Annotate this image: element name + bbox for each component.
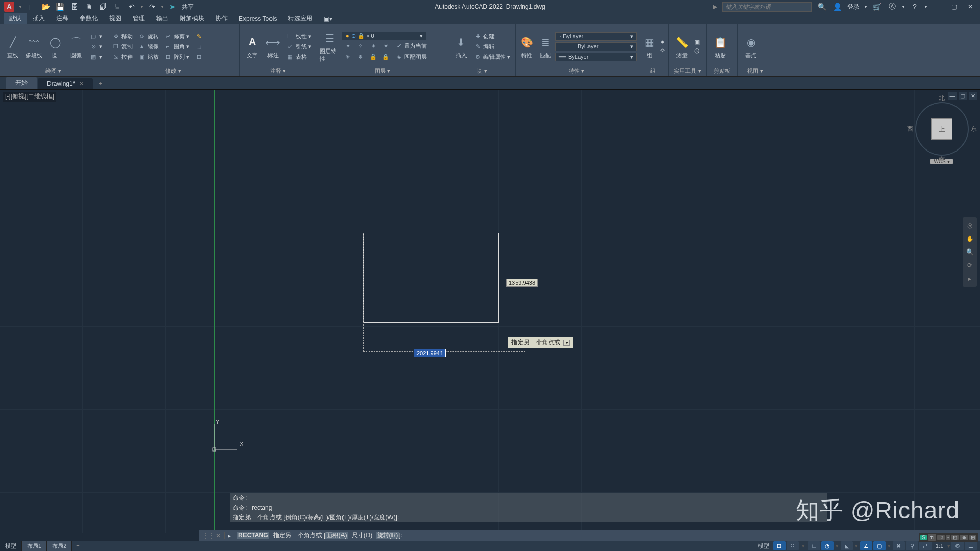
vc-east[interactable]: 东 bbox=[971, 124, 977, 133]
otrack-toggle[interactable]: ▢ bbox=[873, 541, 886, 550]
modify-ico-3[interactable]: ⊡ bbox=[193, 52, 204, 61]
panel-label[interactable]: 视图 ▾ bbox=[741, 66, 770, 75]
plot-icon[interactable]: 🗎 bbox=[84, 2, 94, 12]
ortho-toggle[interactable]: ∟ bbox=[808, 541, 820, 550]
panel-label[interactable]: 修改 ▾ bbox=[110, 66, 236, 75]
layer-selector[interactable]: ●⊙🔒▫ 0 ▾ bbox=[342, 32, 426, 40]
text-button[interactable]: A文字 bbox=[243, 34, 262, 59]
util-ico-1[interactable]: ▣ bbox=[694, 39, 700, 46]
cycling-toggle[interactable]: ⇄ bbox=[919, 541, 932, 550]
transparency-toggle[interactable]: ⚲ bbox=[906, 541, 918, 550]
arc-button[interactable]: ⌒圆弧 bbox=[67, 34, 86, 59]
gear-icon[interactable]: ⚙ bbox=[951, 541, 964, 550]
dropdown-icon[interactable]: ▼ bbox=[18, 5, 22, 9]
app-logo-icon[interactable]: A bbox=[4, 2, 14, 12]
tab-parametric[interactable]: 参数化 bbox=[75, 13, 103, 24]
minimize-button[interactable]: — bbox=[932, 2, 943, 11]
grid-toggle[interactable]: ⊞ bbox=[773, 541, 786, 550]
panel-label[interactable]: 特性 ▾ bbox=[519, 66, 634, 75]
layer-tool-icon[interactable]: ✧ bbox=[355, 42, 366, 51]
dimension-button[interactable]: ⟷标注 bbox=[264, 34, 283, 59]
array-button[interactable]: ⊞阵列 ▾ bbox=[162, 52, 191, 61]
lineweight-selector[interactable]: ━━ByLayer▾ bbox=[555, 53, 637, 61]
linetype-button[interactable]: ⊢线性 ▾ bbox=[284, 32, 313, 41]
viewcube[interactable]: 北 南 东 西 上 WCS ▾ bbox=[914, 95, 970, 171]
width-dimension-input[interactable]: 2021.9941 bbox=[414, 349, 446, 357]
pan-icon[interactable]: ✋ bbox=[965, 234, 975, 244]
share-label[interactable]: 共享 bbox=[182, 3, 194, 11]
add-layout-button[interactable]: + bbox=[72, 541, 83, 551]
tab-express[interactable]: Express Tools bbox=[234, 14, 282, 23]
tab-output[interactable]: 输出 bbox=[151, 13, 174, 24]
draw-extra-2[interactable]: ⊙▾ bbox=[88, 42, 104, 51]
orbit-icon[interactable]: ⟳ bbox=[965, 260, 975, 270]
lwt-toggle[interactable]: ✖ bbox=[893, 541, 905, 550]
polar-toggle[interactable]: ◔ bbox=[821, 541, 834, 550]
scale-button[interactable]: ▣缩放 bbox=[136, 52, 160, 61]
tab-view[interactable]: 视图 bbox=[104, 13, 127, 24]
group-ico-1[interactable]: ✦ bbox=[660, 39, 665, 46]
panel-label[interactable]: 绘图 ▾ bbox=[3, 66, 104, 75]
layer-tool-icon[interactable]: ❄ bbox=[355, 53, 366, 62]
ucs-icon[interactable]: Y X bbox=[212, 421, 242, 452]
util-ico-2[interactable]: ◷ bbox=[694, 47, 700, 54]
panel-label[interactable]: 剪贴板 bbox=[710, 66, 734, 75]
paste-button[interactable]: 📋粘贴 bbox=[710, 34, 730, 59]
dropdown-icon[interactable]: ▾ bbox=[141, 5, 143, 9]
share-icon[interactable]: ➤ bbox=[167, 2, 178, 12]
props-button[interactable]: 🎨特性 bbox=[519, 34, 535, 59]
tab-collab[interactable]: 协作 bbox=[210, 13, 233, 24]
layer-tool-icon[interactable]: 🔓 bbox=[368, 53, 379, 62]
layout-model[interactable]: 模型 bbox=[0, 541, 22, 551]
panel-label[interactable]: 实用工具 ▾ bbox=[672, 66, 703, 75]
tab-insert[interactable]: 插入 bbox=[28, 13, 50, 24]
viewport-label[interactable]: [-][俯视][二维线框] bbox=[3, 92, 56, 102]
polyline-button[interactable]: 〰多段线 bbox=[24, 34, 44, 59]
measure-button[interactable]: 📏测量 bbox=[672, 34, 692, 59]
mirror-button[interactable]: ▲镜像 bbox=[136, 42, 160, 51]
layout-2[interactable]: 布局2 bbox=[47, 541, 72, 551]
print-icon[interactable]: 🖶 bbox=[112, 2, 122, 12]
osnap-toggle[interactable]: ∠ bbox=[860, 541, 872, 550]
copy-button[interactable]: ❐复制 bbox=[110, 42, 134, 51]
vc-west[interactable]: 西 bbox=[907, 124, 913, 133]
layer-tool-icon[interactable]: ☀ bbox=[342, 53, 353, 62]
scale-display[interactable]: 1:1 bbox=[933, 543, 946, 549]
trim-button[interactable]: ✂修剪 ▾ bbox=[162, 32, 191, 41]
linetype-selector[interactable]: ———ByLayer▾ bbox=[555, 42, 637, 51]
saveas-icon[interactable]: 🗄 bbox=[69, 2, 80, 12]
match-button[interactable]: ≣匹配 bbox=[537, 34, 553, 59]
stretch-button[interactable]: ⇲拉伸 bbox=[110, 52, 134, 61]
layer-tool-icon[interactable]: ✷ bbox=[380, 42, 391, 51]
panel-label[interactable]: 注释 ▾ bbox=[243, 66, 313, 75]
tab-extra-icon[interactable]: ▣▾ bbox=[318, 14, 337, 23]
save-icon[interactable]: 💾 bbox=[55, 2, 65, 12]
fillet-button[interactable]: ⌐圆角 ▾ bbox=[162, 42, 191, 51]
panel-label[interactable]: 块 ▾ bbox=[452, 66, 512, 75]
dropdown-icon[interactable]: ▾ bbox=[865, 5, 867, 9]
vp-close-icon[interactable]: ✕ bbox=[969, 92, 977, 100]
steering-wheel-icon[interactable]: ◎ bbox=[965, 220, 975, 231]
close-button[interactable]: ✕ bbox=[965, 2, 976, 11]
drawing-canvas[interactable]: [-][俯视][二维线框] — ▢ ✕ 1359.9438 2021.9941 … bbox=[0, 90, 980, 533]
color-selector[interactable]: ▫ByLayer▾ bbox=[555, 32, 637, 41]
tab-default[interactable]: 默认 bbox=[4, 13, 27, 24]
draw-extra-3[interactable]: ▨▾ bbox=[88, 52, 104, 61]
help-icon[interactable]: ? bbox=[910, 2, 920, 12]
base-button[interactable]: ◉基点 bbox=[741, 34, 761, 59]
customize-icon[interactable]: ☰ bbox=[965, 541, 977, 550]
leader-button[interactable]: ↙引线 ▾ bbox=[284, 42, 313, 51]
search-icon[interactable]: 🔍 bbox=[817, 2, 827, 12]
cmd-handle-icon[interactable]: ⋮⋮ ✕ bbox=[202, 532, 225, 539]
modify-ico-1[interactable]: ✎ bbox=[193, 32, 204, 41]
insert-button[interactable]: ⬇插入 bbox=[452, 34, 470, 59]
dropdown-icon[interactable]: ▾ bbox=[902, 5, 904, 9]
new-icon[interactable]: ▤ bbox=[27, 2, 37, 12]
tab-manage[interactable]: 管理 bbox=[128, 13, 150, 24]
vc-north[interactable]: 北 bbox=[939, 94, 945, 103]
open-icon[interactable]: 📂 bbox=[41, 2, 51, 12]
edit-button[interactable]: ✎编辑 bbox=[472, 42, 512, 51]
search-input[interactable]: 键入关键字或短语 bbox=[722, 2, 812, 12]
modify-ico-2[interactable]: ⬚ bbox=[193, 42, 204, 51]
snap-toggle[interactable]: ∷ bbox=[787, 541, 799, 550]
